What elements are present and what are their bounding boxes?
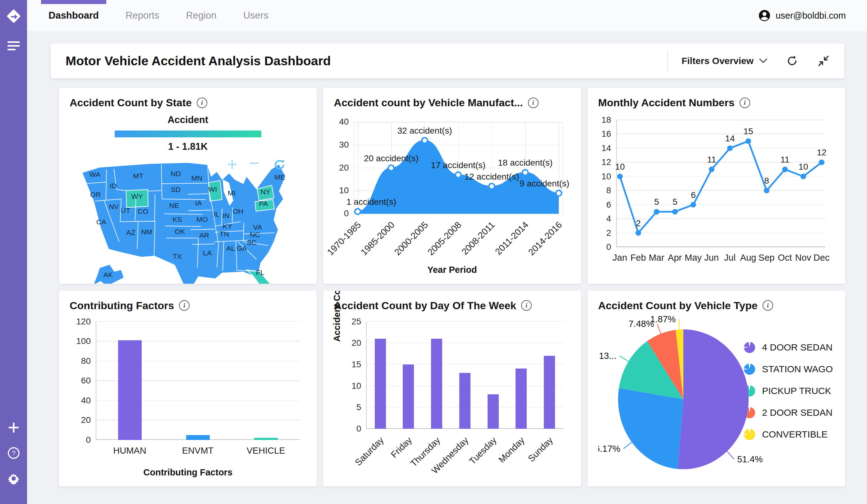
bar-VEHICLE[interactable] [254,438,278,440]
state-label-ID[interactable]: ID [110,182,117,190]
state-label-NV[interactable]: NV [109,203,119,211]
state-label-OH[interactable]: OH [233,207,243,215]
add-button[interactable] [7,421,21,435]
bar-Tuesday[interactable] [488,394,499,429]
tab-dashboard[interactable]: Dashboard [46,0,101,31]
bar-Friday[interactable] [403,364,414,429]
info-icon[interactable]: i [179,300,190,311]
divider [667,51,668,71]
pie-slice-label: 1.87% [650,314,676,324]
bar-Wednesday[interactable] [459,373,470,429]
data-point[interactable] [727,146,733,151]
data-point[interactable] [672,209,678,214]
data-point[interactable] [764,188,769,193]
info-icon[interactable]: i [740,98,750,108]
state-label-LA[interactable]: LA [203,249,212,257]
data-point[interactable] [801,174,806,179]
collapse-button[interactable] [817,54,830,67]
state-label-AZ[interactable]: AZ [126,228,135,236]
state-label-FL[interactable]: FL [256,268,265,277]
data-point[interactable] [746,138,751,144]
data-point[interactable] [522,170,528,175]
data-point[interactable] [388,165,394,171]
state-label-ME[interactable]: ME [275,173,285,181]
data-point[interactable] [782,167,788,172]
state-label-MI[interactable]: MI [228,189,236,197]
info-icon[interactable]: i [528,98,538,108]
filters-overview-dropdown[interactable]: Filters Overview [682,56,767,66]
state-label-MN[interactable]: MN [191,174,203,182]
data-point[interactable] [709,167,715,172]
state-label-UT[interactable]: UT [121,206,130,214]
state-label-CO[interactable]: CO [138,207,148,215]
data-label: 1 accident(s) [346,197,396,207]
user-account[interactable]: user@boldbi.com [758,9,846,22]
bar-Monday[interactable] [515,368,527,429]
x-axis-title: Contributing Factors [69,467,306,478]
data-label: 5 [673,197,677,207]
bar-ENVMT[interactable] [186,435,210,440]
info-icon[interactable]: i [197,98,207,108]
state-label-NE[interactable]: NE [169,201,179,210]
tab-users[interactable]: Users [242,0,270,31]
state-label-NM[interactable]: NM [141,228,152,236]
state-label-OR[interactable]: OR [90,191,101,199]
data-point[interactable] [556,191,561,196]
us-map[interactable]: + − WAORCANVIDMTWYUTCOAZNMNDSDNEKSOKTXMN… [69,154,306,284]
bar-Thursday[interactable] [431,339,442,429]
settings-gear-icon[interactable] [7,472,21,485]
state-label-SC[interactable]: SC [247,238,257,246]
chevron-down-icon [759,58,767,63]
data-point[interactable] [819,159,824,165]
state-label-TN[interactable]: TN [220,230,229,238]
bar-HUMAN[interactable] [118,340,142,440]
state-label-MO[interactable]: MO [196,215,208,223]
state-label-OK[interactable]: OK [175,227,185,236]
state-label-NY[interactable]: NY [261,188,271,196]
help-icon[interactable]: ? [7,446,21,460]
state-label-IN[interactable]: IN [223,212,229,220]
state-label-KY[interactable]: KY [223,222,233,230]
data-point[interactable] [456,172,461,178]
data-point[interactable] [355,209,361,214]
data-point[interactable] [654,209,660,214]
state-label-WI[interactable]: WI [208,185,217,193]
data-point[interactable] [617,174,623,179]
state-label-TX[interactable]: TX [173,252,182,260]
tab-reports[interactable]: Reports [124,0,161,31]
state-label-SD[interactable]: SD [171,185,181,194]
data-point[interactable] [422,138,428,143]
boldbi-logo-icon[interactable] [6,8,22,24]
state-label-VA[interactable]: VA [253,223,263,231]
state-label-MT[interactable]: MT [133,172,143,180]
state-label-IA[interactable]: IA [195,199,202,207]
bar-Saturday[interactable] [375,339,386,429]
state-label-NC[interactable]: NC [250,230,260,239]
pie-slice-4 DOOR SEDAN[interactable] [677,329,748,469]
data-point[interactable] [635,230,641,236]
refresh-button[interactable] [785,54,799,68]
pie-slice-STATION WAGO[interactable] [618,388,683,469]
state-label-GA[interactable]: GA [236,244,247,252]
info-icon[interactable]: i [763,300,773,311]
state-label-CA[interactable]: CA [96,218,107,226]
state-label-KS[interactable]: KS [172,215,182,223]
state-label-IL[interactable]: IL [214,210,220,218]
state-label-AK[interactable]: AK [104,271,113,279]
dashboard-header-card: Motor Vehicle Accident Analysis Dashboar… [51,43,844,78]
tab-region[interactable]: Region [184,0,218,31]
bar-Sunday[interactable] [544,356,555,429]
state-label-WY[interactable]: WY [131,192,143,201]
state-label-PA[interactable]: PA [259,200,268,207]
hamburger-menu-icon[interactable] [8,39,20,53]
data-point[interactable] [691,202,696,207]
pie-slice-label: 13... [599,351,616,361]
state-label-AR[interactable]: AR [199,231,209,239]
map-color-legend: Accident 1 - 1.81K [69,114,306,152]
state-label-WA[interactable]: WA [89,170,101,178]
state-label-ND[interactable]: ND [171,170,181,178]
info-icon[interactable]: i [521,300,532,311]
data-point[interactable] [489,184,495,189]
state-label-AL[interactable]: AL [226,244,235,252]
y-tick: 8 [598,185,611,195]
